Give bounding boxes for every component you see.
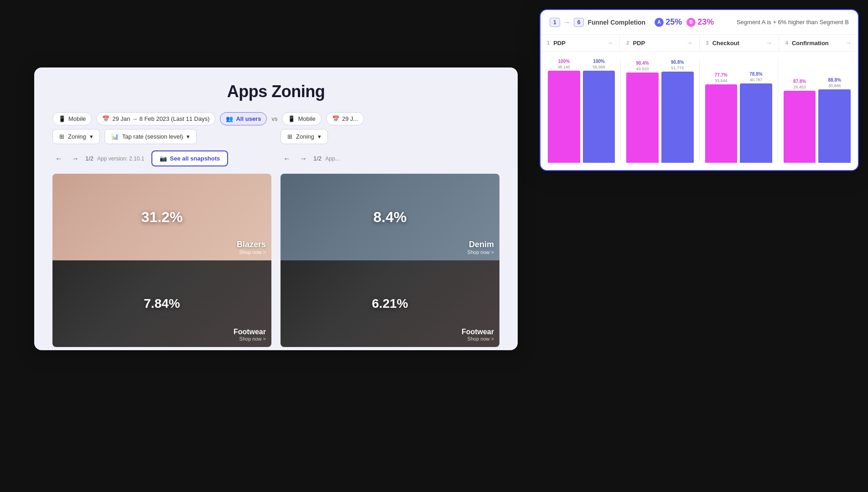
- phone-left: 31.2% Blazers Shop now > 7.84% Footwear …: [52, 174, 271, 347]
- device-filter-right[interactable]: 📱 Mobile: [282, 112, 321, 125]
- next-arrow-left[interactable]: →: [69, 152, 82, 165]
- footwear-left-label: Footwear Shop now >: [234, 328, 266, 342]
- calendar-icon: 📅: [102, 115, 109, 122]
- footwear-right: 6.21% Footwear Shop now >: [281, 260, 499, 347]
- app-title: Apps Zoning: [52, 82, 499, 101]
- bar-wrap-2-2: 90.8%51,773: [661, 59, 694, 163]
- zoning-dropdown-left[interactable]: ⊞ Zoning ▾: [52, 129, 100, 144]
- chart-group-2: 90.4%43,51090.8%51,773: [626, 59, 693, 163]
- seg-b-badge: B: [686, 18, 696, 27]
- footwear-right-name: Footwear: [462, 328, 494, 336]
- denim-percentage: 8.4%: [374, 209, 407, 226]
- funnel-card: 1 → 6 Funnel Completion A 25% B 23% Segm…: [540, 9, 859, 171]
- bar-label-1-1: 100%48,145: [558, 59, 571, 70]
- bar-label-2-1: 90.4%43,510: [636, 61, 649, 72]
- funnel-title: Funnel Completion: [587, 19, 645, 26]
- mobile-icon: 📱: [58, 115, 66, 122]
- chevron-down-icon-left: ▾: [90, 133, 93, 140]
- bar-wrap-3-1: 77.7%33,544: [705, 59, 738, 163]
- segment-b: B 23%: [686, 17, 714, 27]
- metric-dropdown[interactable]: 📊 Tap rate (session level) ▾: [104, 129, 197, 144]
- step-1[interactable]: 1 PDP →: [541, 35, 620, 51]
- step-1-name: PDP: [553, 40, 566, 47]
- bar-label-2-2: 90.8%51,773: [671, 60, 684, 71]
- zoning-dropdown-right[interactable]: ⊞ Zoning ▾: [281, 129, 328, 144]
- mobile-icon-2: 📱: [288, 115, 295, 122]
- version-label-left: App version: 2.10.1: [97, 155, 144, 162]
- step-3-arrow: →: [766, 39, 772, 47]
- chart-divider-3: [778, 59, 778, 163]
- step-1-num: 1: [547, 40, 550, 46]
- chart-divider-1: [620, 59, 621, 163]
- zoning-icon-left: ⊞: [59, 133, 64, 140]
- vs-label: vs: [271, 115, 277, 122]
- footwear-left: 7.84% Footwear Shop now >: [52, 260, 271, 347]
- chart-bar-3-1: [705, 84, 738, 163]
- see-all-snapshots-button[interactable]: 📷 See all snapshots: [151, 150, 228, 166]
- phone-screen-right: 8.4% Denim Shop now > 6.21% Footwear Sho…: [281, 174, 499, 347]
- seg-b-pct: 23%: [697, 17, 714, 27]
- bar-label-3-2: 78.8%40,787: [749, 72, 762, 83]
- device-filter-left[interactable]: 📱 Mobile: [52, 112, 92, 125]
- denim-name: Denim: [468, 240, 494, 249]
- step-4-arrow: →: [845, 39, 852, 47]
- bar-wrap-3-2: 78.8%40,787: [740, 59, 772, 163]
- funnel-chart: 100%48,145100%56,98990.4%43,51090.8%51,7…: [541, 52, 858, 170]
- step-2[interactable]: 2 PDP →: [620, 35, 699, 51]
- chevron-down-icon-metric: ▾: [187, 133, 190, 140]
- main-app-card: Apps Zoning 📱 Mobile 📅 29 Jan → 8 Feb 20…: [34, 67, 518, 350]
- denim-cta: Shop now >: [468, 249, 494, 255]
- next-arrow-right[interactable]: →: [297, 152, 310, 165]
- step-4-name: Confirmation: [792, 40, 829, 47]
- segment-pct-row: A 25% B 23%: [655, 17, 714, 27]
- blazers-percentage: 31.2%: [141, 209, 183, 226]
- footwear-left-name: Footwear: [234, 328, 266, 336]
- funnel-title-row: 1 → 6 Funnel Completion A 25% B 23%: [550, 17, 714, 27]
- seg-a-badge: A: [655, 18, 664, 27]
- bar-label-3-1: 77.7%33,544: [715, 73, 728, 83]
- chart-bar-4-2: [818, 89, 851, 163]
- denim-label: Denim Shop now >: [468, 240, 494, 255]
- date-filter-right[interactable]: 📅 29 J...: [326, 112, 364, 125]
- bar-wrap-4-1: 87.8%29,453: [784, 59, 816, 163]
- funnel-header: 1 → 6 Funnel Completion A 25% B 23% Segm…: [541, 10, 858, 35]
- chart-bar-2-1: [626, 73, 659, 163]
- prev-arrow-left[interactable]: ←: [52, 152, 65, 165]
- chart-bar-4-1: [784, 91, 816, 163]
- step-4[interactable]: 4 Confirmation →: [779, 35, 858, 51]
- bar-label-4-1: 87.8%29,453: [793, 79, 806, 90]
- step-3[interactable]: 3 Checkout →: [700, 35, 779, 51]
- camera-icon: 📷: [160, 155, 167, 162]
- funnel-step-to: 6: [574, 18, 584, 27]
- footwear-left-pct: 7.84%: [144, 296, 180, 311]
- prev-arrow-right[interactable]: ←: [281, 152, 293, 165]
- funnel-step-from: 1: [550, 18, 560, 27]
- step-2-name: PDP: [633, 40, 645, 47]
- funnel-insight: Segment A is + 6% higher than Segment B: [737, 19, 849, 26]
- date-filter-left[interactable]: 📅 29 Jan → 8 Feb 2023 (Last 11 Days): [96, 112, 215, 125]
- users-icon: 👥: [226, 115, 233, 122]
- chart-group-3: 77.7%33,54478.8%40,787: [705, 59, 772, 163]
- funnel-steps-row: 1 PDP → 2 PDP → 3 Checkout → 4 Confirmat…: [541, 35, 858, 52]
- step-2-arrow: →: [686, 39, 693, 47]
- phones-area: 31.2% Blazers Shop now > 7.84% Footwear …: [34, 170, 518, 350]
- chart-bar-1-2: [583, 71, 615, 163]
- blazers-label: Blazers Shop now >: [237, 240, 266, 255]
- bar-wrap-4-2: 88.8%35,886: [818, 59, 851, 163]
- step-1-arrow: →: [607, 39, 613, 47]
- calendar-icon-2: 📅: [332, 115, 339, 122]
- chart-bar-1-1: [548, 71, 580, 163]
- phone-right: 8.4% Denim Shop now > 6.21% Footwear Sho…: [281, 174, 499, 347]
- step-3-num: 3: [706, 40, 709, 46]
- version-label-right: App...: [325, 155, 339, 162]
- footwear-right-label: Footwear Shop now >: [462, 328, 494, 342]
- metric-icon: 📊: [111, 133, 119, 140]
- chevron-down-icon-right: ▾: [318, 133, 321, 140]
- bar-wrap-1-2: 100%56,989: [583, 59, 615, 163]
- step-4-num: 4: [785, 40, 788, 46]
- filter-bar: 📱 Mobile 📅 29 Jan → 8 Feb 2023 (Last 11 …: [34, 109, 518, 129]
- page-indicator-left: 1/2: [85, 155, 94, 162]
- seg-a-pct: 25%: [665, 17, 682, 27]
- users-filter[interactable]: 👥 All users: [220, 112, 267, 125]
- bar-wrap-2-1: 90.4%43,510: [626, 59, 659, 163]
